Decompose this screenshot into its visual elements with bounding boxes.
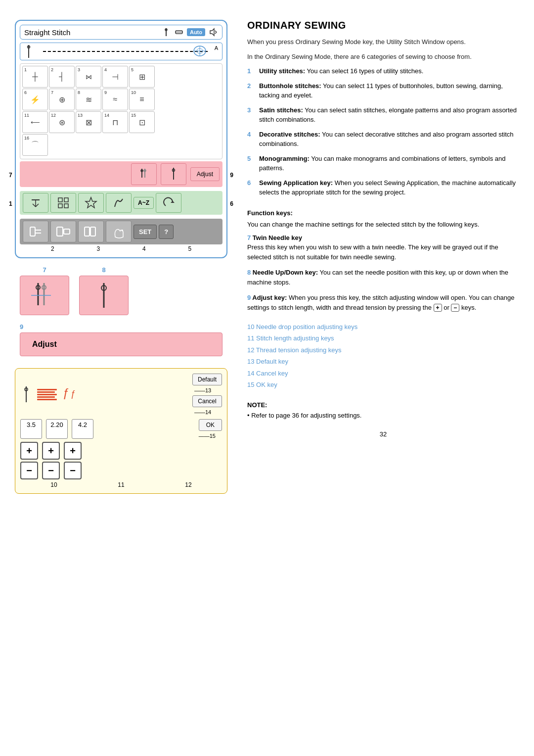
simple-list: 10 Needle drop position adjusting keys 1… (247, 321, 519, 390)
stitch-cell-11[interactable]: 11 ⟵ (22, 111, 48, 133)
svg-rect-30 (64, 229, 70, 234)
adj-plus-row: + + + (20, 442, 222, 460)
az-btn[interactable]: A~Z (134, 197, 154, 209)
simple-item-10: 10 Needle drop position adjusting keys (247, 321, 519, 332)
default-btn[interactable]: Default (192, 374, 222, 385)
adj-line-4 (37, 396, 55, 398)
plus-btn-1[interactable]: + (20, 442, 38, 460)
function-intro: You can change the machine settings for … (247, 220, 519, 230)
zoom-7-label: 7 (43, 266, 46, 274)
adjust-large[interactable]: Adjust (20, 332, 222, 356)
left-panel: Straight Stitch Auto (15, 20, 227, 736)
cat-text-6: Sewing Application key: When you select … (259, 178, 519, 197)
intro-1: When you press Ordinary Sewing Mode key,… (247, 37, 519, 47)
gray-cell-2[interactable] (50, 221, 76, 242)
func-num-8: 8 (247, 269, 253, 276)
keys-text: keys. (461, 304, 476, 311)
func-7: 7 Twin Needle key Press this key when yo… (247, 234, 519, 262)
zoom-cell-7 (20, 276, 69, 315)
label-2: 2 (51, 245, 54, 252)
adj-line-3 (37, 394, 57, 395)
stitch-cell-12[interactable]: 12 ⊛ (49, 111, 75, 133)
func-body-7: Press this key when you wish to sew with… (247, 242, 519, 262)
set-btn[interactable]: SET (134, 225, 157, 239)
cat-term-3: Satin stitches: (259, 106, 303, 114)
gray-cell-3[interactable] (78, 221, 104, 242)
adj-label-11: 11 (118, 481, 124, 488)
twin-needle-icon (136, 167, 151, 182)
stitch-cell-10[interactable]: 10 ≡ (129, 89, 155, 110)
minus-btn-3[interactable]: − (64, 462, 82, 479)
cat-3: 3 Satin stitches: You can select satin s… (247, 105, 519, 125)
stitch-cell-2[interactable]: 2 ┤ (49, 66, 75, 88)
adjust-btn[interactable]: Adjust (190, 167, 220, 181)
stitch-cell-13[interactable]: 13 ⊠ (76, 111, 101, 133)
stitch-cell-8[interactable]: 8 ≋ (76, 89, 101, 110)
stitch-cell-15[interactable]: 15 ⊡ (129, 111, 155, 133)
twin-needle-btn[interactable] (131, 163, 157, 185)
hand-icon (110, 223, 127, 240)
zoom-needle-icon (89, 281, 119, 310)
section-title: ORDINARY SEWING (247, 20, 519, 31)
minus-btn-2[interactable]: − (42, 462, 60, 479)
pink-row: Adjust (20, 161, 222, 187)
cat-num-5: 5 (247, 154, 255, 173)
simple-item-12: 12 Thread tension adjusting keys (247, 344, 519, 356)
rotate-icon (162, 196, 176, 210)
cat-4: 4 Decorative stitches: You can select de… (247, 130, 519, 149)
stitch-cell-1[interactable]: 1 ┼ (22, 66, 48, 88)
bottom-label-row: 2 3 4 5 (20, 244, 222, 253)
cat-text-1: Utility stitches: You can select 16 type… (259, 66, 423, 76)
svg-marker-25 (171, 201, 175, 203)
needle-updown-btn[interactable] (161, 163, 186, 185)
ann-7: 7 (9, 172, 12, 179)
plus-btn-3[interactable]: + (64, 442, 82, 460)
green-cell-4[interactable] (106, 193, 132, 213)
gray-row: SET ? (20, 219, 222, 244)
green-row-wrapper: 1 (20, 191, 222, 217)
zoom-cell-8 (79, 276, 129, 315)
green-cell-1[interactable] (23, 193, 48, 213)
cat-text-5: Monogramming: You can make monograms and… (259, 154, 519, 173)
green-cell-5[interactable] (156, 193, 181, 213)
green-cell-3[interactable] (78, 193, 104, 213)
cat-term-6: Sewing Application key: (259, 179, 333, 187)
stitch-cell-4[interactable]: 4 ⊣ (102, 66, 128, 88)
stitch-cell-16[interactable]: 16 ⌒ (22, 134, 48, 156)
func-num-9: 9 (247, 294, 252, 301)
stitch-cell-14[interactable]: 14 ⊓ (102, 111, 128, 133)
stitch-cell-5[interactable]: 5 ⊞ (129, 66, 155, 88)
func-num-7: 7 (247, 234, 253, 241)
green-cell-2[interactable] (50, 193, 76, 213)
zoom-panel-7: 7 (20, 266, 69, 315)
simple-item-15: 15 OK key (247, 379, 519, 390)
ann-9: 9 (230, 172, 233, 179)
ok-btn[interactable]: OK (199, 419, 222, 431)
svg-rect-23 (64, 204, 68, 208)
grid-icon (56, 196, 70, 210)
zoom-panels: 7 8 (15, 266, 227, 315)
minus-btn-1[interactable]: − (20, 462, 38, 479)
svg-rect-26 (30, 227, 35, 236)
func-title-9: Adjust key: (252, 294, 287, 301)
svg-line-6 (215, 32, 217, 34)
stitch-cell-7[interactable]: 7 ⊕ (49, 89, 75, 110)
function-keys-title: Function keys: (247, 209, 519, 217)
svg-rect-22 (58, 204, 62, 208)
machine-top-icons: Auto (161, 27, 218, 37)
stitch-cell-6[interactable]: 6 ⚡ (22, 89, 48, 110)
svg-rect-32 (90, 227, 95, 236)
val-box-3: 4.2 (72, 419, 93, 439)
stitch-cell-9[interactable]: 9 ≈ (102, 89, 128, 110)
func-title-8: Needle Up/Down key: (253, 269, 318, 276)
cancel-btn[interactable]: Cancel (192, 395, 222, 407)
categories-list: 1 Utility stitches: You can select 16 ty… (247, 66, 519, 202)
cat-2: 2 Buttonhole stitches: You can select 11… (247, 81, 519, 100)
svg-rect-20 (58, 198, 62, 202)
plus-btn-2[interactable]: + (42, 442, 60, 460)
question-btn[interactable]: ? (159, 225, 174, 239)
gray-cell-1[interactable] (23, 221, 48, 242)
adj-minus-row: − − − (20, 462, 222, 479)
gray-cell-4[interactable] (106, 221, 132, 242)
stitch-cell-3[interactable]: 3 ⋈ (76, 66, 101, 88)
